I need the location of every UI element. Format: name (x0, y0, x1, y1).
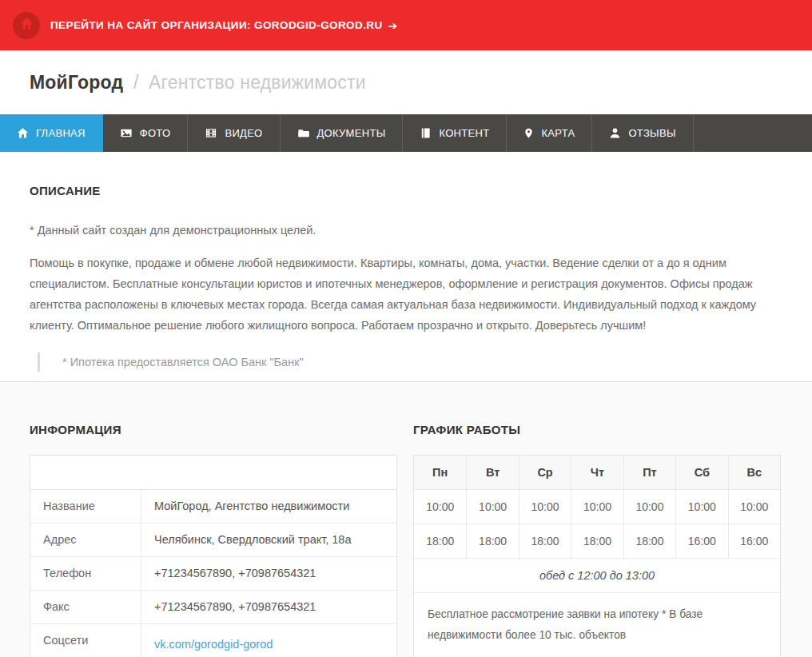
info-row-label: Факс (30, 591, 141, 623)
schedule-note: Бесплатное рассмотрение заявки на ипотек… (414, 593, 780, 657)
table-row-social: Соцсети vk.com/gorodgid-gorod facebook.c… (30, 624, 396, 657)
documents-icon (297, 127, 310, 139)
day-header: Ср (519, 456, 571, 490)
table-row: Телефон +71234567890, +70987654321 (30, 557, 396, 591)
description-heading: ОПИСАНИЕ (30, 152, 782, 197)
description-body: Помощь в покупке, продаже и обмене любой… (30, 253, 782, 336)
demo-note: * Данный сайт создан для демонстрационны… (30, 224, 782, 237)
info-row-value: МойГород, Агентство недвижимости (141, 490, 396, 523)
day-header: Вт (466, 456, 518, 490)
tab-label: КОНТЕНТ (439, 127, 489, 139)
tab-video[interactable]: ВИДЕО (188, 114, 280, 152)
close-time: 16:00 (728, 524, 780, 559)
day-header: Пт (623, 456, 675, 490)
tab-map[interactable]: КАРТА (507, 114, 592, 152)
schedule-heading: ГРАФИК РАБОТЫ (413, 382, 781, 436)
page-title: МойГород / Агентство недвижимости (30, 72, 366, 94)
info-row-value: +71234567890, +70987654321 (141, 591, 396, 623)
site-header: МойГород / Агентство недвижимости (0, 50, 812, 114)
content-icon (420, 127, 432, 139)
tab-label: КАРТА (541, 127, 575, 139)
info-row-label: Телефон (30, 557, 141, 590)
schedule-open-row: 10:00 10:00 10:00 10:00 10:00 10:00 10:0… (414, 490, 780, 524)
tab-label: ФОТО (140, 127, 171, 139)
info-column: ИНФОРМАЦИЯ Название МойГород, Агентство … (30, 382, 397, 657)
info-row-value: +71234567890, +70987654321 (141, 557, 396, 590)
open-time: 10:00 (519, 490, 571, 524)
open-time: 10:00 (728, 490, 780, 524)
organization-site-link[interactable]: ПЕРЕЙТИ НА САЙТ ОРГАНИЗАЦИИ: GORODGID-GO… (50, 19, 398, 31)
info-row-label: Адрес (30, 524, 141, 556)
open-time: 10:00 (466, 490, 518, 524)
tab-label: ДОКУМЕНТЫ (317, 127, 386, 139)
tab-photo[interactable]: ФОТО (103, 114, 189, 152)
lunch-note: обед с 12:00 до 13:00 (414, 559, 780, 593)
close-time: 18:00 (466, 524, 518, 559)
main-nav: ГЛАВНАЯ ФОТО (0, 114, 812, 152)
schedule-close-row: 18:00 18:00 18:00 18:00 18:00 16:00 16:0… (414, 524, 780, 559)
photo-icon (120, 127, 133, 139)
table-row: Факс +71234567890, +70987654321 (30, 591, 396, 624)
organization-site-link-label: ПЕРЕЙТИ НА САЙТ ОРГАНИЗАЦИИ: GORODGID-GO… (50, 19, 383, 31)
table-row: Адрес Челябинск, Свердловский тракт, 18а (30, 524, 396, 557)
tab-documents[interactable]: ДОКУМЕНТЫ (281, 114, 404, 152)
schedule-days-row: Пн Вт Ср Чт Пт Сб Вс (414, 456, 780, 490)
open-time: 10:00 (414, 490, 466, 524)
tab-content[interactable]: КОНТЕНТ (403, 114, 507, 152)
schedule-table: Пн Вт Ср Чт Пт Сб Вс 10:00 10:00 10:00 1… (413, 455, 781, 657)
social-row-label: Соцсети (30, 624, 141, 657)
info-row-label: Название (30, 490, 141, 523)
close-time: 16:00 (675, 524, 727, 559)
description-section: ОПИСАНИЕ * Данный сайт создан для демонс… (0, 152, 812, 382)
lower-section: ИНФОРМАЦИЯ Название МойГород, Агентство … (0, 382, 812, 657)
schedule-column: ГРАФИК РАБОТЫ Пн Вт Ср Чт Пт Сб Вс 10:00… (413, 382, 781, 657)
home-icon (20, 17, 34, 34)
top-bar: ПЕРЕЙТИ НА САЙТ ОРГАНИЗАЦИИ: GORODGID-GO… (0, 0, 812, 50)
info-row-value: Челябинск, Свердловский тракт, 18а (141, 524, 396, 556)
open-time: 10:00 (623, 490, 675, 524)
close-time: 18:00 (519, 524, 571, 559)
page-title-primary: МойГород (30, 72, 123, 93)
home-badge[interactable] (13, 12, 40, 39)
info-table-header-row (30, 456, 396, 490)
video-icon (205, 127, 217, 139)
page-title-separator: / (133, 72, 139, 93)
reviews-icon (609, 127, 621, 139)
open-time: 10:00 (571, 490, 623, 524)
tab-label: ГЛАВНАЯ (36, 127, 86, 139)
open-time: 10:00 (675, 490, 727, 524)
arrow-right-icon: ➔ (388, 20, 398, 31)
close-time: 18:00 (623, 524, 675, 559)
page: ПЕРЕЙТИ НА САЙТ ОРГАНИЗАЦИИ: GORODGID-GO… (0, 0, 812, 657)
day-header: Чт (571, 456, 623, 490)
day-header: Пн (414, 456, 466, 490)
info-table: Название МойГород, Агентство недвижимост… (30, 455, 397, 657)
table-row: Название МойГород, Агентство недвижимост… (30, 490, 396, 524)
close-time: 18:00 (414, 524, 466, 559)
vk-link[interactable]: vk.com/gorodgid-gorod (154, 634, 388, 655)
social-links: vk.com/gorodgid-gorod facebook.com/gorod… (141, 624, 396, 657)
day-header: Вс (728, 456, 780, 490)
tab-reviews[interactable]: ОТЗЫВЫ (592, 114, 693, 152)
home-icon (17, 127, 29, 139)
info-heading: ИНФОРМАЦИЯ (30, 382, 397, 436)
page-title-secondary: Агентство недвижимости (149, 72, 366, 93)
day-header: Сб (675, 456, 727, 490)
tab-label: ВИДЕО (225, 127, 262, 139)
tab-main[interactable]: ГЛАВНАЯ (0, 114, 103, 152)
close-time: 18:00 (571, 524, 623, 559)
map-pin-icon (523, 127, 534, 139)
mortgage-quote: * Ипотека предоставляется ОАО Банк "Банк… (38, 352, 782, 372)
tab-label: ОТЗЫВЫ (628, 127, 675, 139)
